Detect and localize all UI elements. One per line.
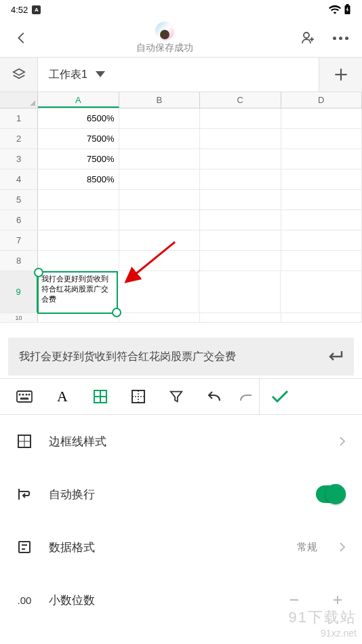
setting-label: 小数位数 <box>49 592 270 608</box>
row-header[interactable]: 1 <box>0 108 38 128</box>
row-header[interactable]: 2 <box>0 129 38 148</box>
cell[interactable] <box>281 129 363 148</box>
sheet-tab[interactable]: 工作表1 <box>38 58 319 92</box>
setting-wrap[interactable]: 自动换行 <box>0 468 362 521</box>
setting-format[interactable]: 数据格式 常规 <box>0 521 362 573</box>
cell[interactable] <box>200 169 281 189</box>
cell[interactable] <box>281 169 363 189</box>
more-button[interactable] <box>324 22 357 54</box>
layers-button[interactable] <box>0 58 38 92</box>
cell[interactable] <box>281 251 363 270</box>
settings-panel: 边框线样式 自动换行 数据格式 常规 .00 小数位数 <box>0 415 362 626</box>
wifi-icon <box>329 5 341 14</box>
cell[interactable] <box>119 149 201 169</box>
minus-icon[interactable] <box>286 592 302 608</box>
undo-button[interactable] <box>195 378 233 415</box>
cell[interactable] <box>281 313 363 322</box>
wrap-icon <box>16 487 33 502</box>
cell[interactable] <box>199 271 281 313</box>
border-button[interactable] <box>119 378 157 415</box>
cell[interactable] <box>119 108 201 128</box>
cell[interactable] <box>200 313 281 322</box>
cell[interactable] <box>119 230 201 250</box>
chevron-right-icon <box>339 542 346 552</box>
add-user-button[interactable] <box>291 22 324 54</box>
battery-icon <box>344 4 351 15</box>
wrap-toggle[interactable] <box>316 485 346 503</box>
cell[interactable] <box>119 169 201 189</box>
save-status: 自动保存成功 <box>136 42 193 54</box>
cell[interactable] <box>119 190 201 209</box>
cell[interactable] <box>119 210 201 230</box>
cell[interactable] <box>118 271 199 313</box>
cell[interactable] <box>200 108 281 128</box>
filter-button[interactable] <box>157 378 195 415</box>
cell[interactable] <box>200 149 281 169</box>
back-button[interactable] <box>5 22 38 54</box>
col-header-b[interactable]: B <box>119 92 201 108</box>
row-header[interactable]: 3 <box>0 149 38 169</box>
row-header[interactable]: 6 <box>0 210 38 230</box>
row-header[interactable]: 5 <box>0 190 38 209</box>
svg-point-2 <box>304 33 309 38</box>
cell[interactable] <box>38 313 119 322</box>
fill-button[interactable] <box>81 378 119 415</box>
cell[interactable] <box>119 313 201 322</box>
svg-rect-13 <box>17 391 32 402</box>
cell[interactable]: 7500% <box>38 149 119 169</box>
plus-icon[interactable] <box>329 592 346 608</box>
col-header-a[interactable]: A <box>38 92 119 108</box>
setting-border-style[interactable]: 边框线样式 <box>0 415 362 468</box>
layers-icon <box>12 67 26 82</box>
cell[interactable] <box>281 108 363 128</box>
setting-value: 常规 <box>297 541 317 554</box>
col-header-d[interactable]: D <box>281 92 363 108</box>
row-header[interactable]: 8 <box>0 251 38 270</box>
plus-icon <box>332 66 350 83</box>
cell[interactable] <box>38 230 119 250</box>
row-header[interactable]: 9 <box>0 271 38 313</box>
cell[interactable]: 8500% <box>38 169 119 189</box>
cell[interactable] <box>281 210 363 230</box>
row-header[interactable]: 7 <box>0 230 38 250</box>
select-all-corner[interactable] <box>0 92 38 108</box>
cell[interactable]: 6500% <box>38 108 119 128</box>
font-button[interactable]: A <box>43 378 81 415</box>
border-style-icon <box>16 434 33 449</box>
cell[interactable] <box>200 230 281 250</box>
redo-button[interactable] <box>233 378 259 415</box>
svg-marker-6 <box>96 71 105 77</box>
spreadsheet-grid[interactable]: A B C D 16500% 27500% 37500% 48500% 5 6 … <box>0 92 362 323</box>
cell[interactable] <box>119 129 201 148</box>
cell[interactable] <box>281 190 363 209</box>
grid-border-icon <box>131 389 146 404</box>
formula-input[interactable] <box>19 350 319 363</box>
cell[interactable] <box>200 190 281 209</box>
cell[interactable] <box>200 251 281 270</box>
row-header[interactable]: 10 <box>0 313 38 322</box>
add-sheet-button[interactable] <box>319 58 362 92</box>
col-header-c[interactable]: C <box>200 92 281 108</box>
confirm-button[interactable] <box>259 378 300 415</box>
row-header[interactable]: 4 <box>0 169 38 189</box>
cell[interactable] <box>38 190 119 209</box>
cell[interactable] <box>281 271 362 313</box>
cell[interactable]: 7500% <box>38 129 119 148</box>
keyboard-button[interactable] <box>5 378 43 415</box>
cell[interactable] <box>200 129 281 148</box>
status-right <box>329 4 351 15</box>
cell[interactable] <box>281 230 363 250</box>
status-bar: 4:52 A <box>0 0 362 19</box>
cell[interactable] <box>119 251 201 270</box>
setting-label: 数据格式 <box>49 540 281 555</box>
chevron-right-icon <box>339 436 346 447</box>
cell[interactable] <box>200 210 281 230</box>
app-header: 自动保存成功 <box>0 19 362 57</box>
cell[interactable] <box>38 251 119 270</box>
cell-selected[interactable]: 我打会更好到货收到符合红花岗股票广交会费 <box>38 271 118 313</box>
cell[interactable] <box>281 149 363 169</box>
enter-button[interactable] <box>327 348 343 365</box>
avatar[interactable] <box>155 22 174 41</box>
cell[interactable] <box>38 210 119 230</box>
status-time: 4:52 <box>11 5 28 15</box>
